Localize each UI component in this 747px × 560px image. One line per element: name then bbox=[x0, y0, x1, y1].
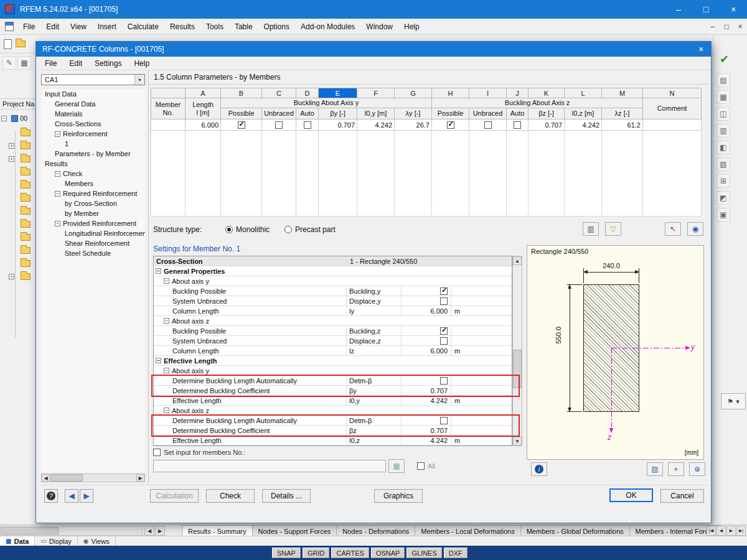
show-axes-button[interactable]: ⌖ bbox=[668, 462, 684, 476]
cell-auto-z[interactable] bbox=[507, 119, 529, 131]
calculation-check-icon[interactable]: ✔ bbox=[720, 52, 729, 66]
view-member-button[interactable]: ◉ bbox=[687, 222, 703, 236]
cell-possible-z[interactable] bbox=[432, 119, 469, 131]
folder-icon[interactable] bbox=[21, 156, 31, 162]
collapse-icon[interactable]: − bbox=[164, 318, 169, 324]
folder-icon[interactable] bbox=[21, 142, 31, 149]
graphics-button[interactable]: Graphics bbox=[374, 489, 423, 503]
settings-row-about-axis-y[interactable]: −About axis y bbox=[154, 276, 512, 286]
column-letter[interactable]: J bbox=[507, 88, 529, 98]
select-member-button[interactable]: ↖ bbox=[665, 222, 681, 236]
mdi-restore-icon[interactable]: □ bbox=[720, 22, 733, 31]
scroll-down-icon[interactable]: ▼ bbox=[513, 437, 522, 446]
next-table-button[interactable]: ▶ bbox=[80, 489, 93, 503]
checkbox[interactable] bbox=[238, 121, 245, 129]
scroll-left-icon[interactable]: ◀ bbox=[42, 474, 50, 482]
dialog-menu-file[interactable]: File bbox=[39, 57, 63, 70]
menu-help[interactable]: Help bbox=[398, 20, 425, 34]
dialog-menu-edit[interactable]: Edit bbox=[63, 57, 88, 70]
folder-icon[interactable] bbox=[21, 169, 31, 175]
tree-item-by-member[interactable]: by Member bbox=[41, 208, 145, 218]
collapse-icon[interactable]: − bbox=[156, 358, 161, 363]
horizontal-scrollbar[interactable] bbox=[0, 526, 143, 536]
settings-row-buckling-possible[interactable]: Buckling PossibleBuckling,y bbox=[154, 286, 512, 296]
settings-item-value[interactable]: 6.000 bbox=[402, 346, 451, 355]
settings-checkbox[interactable] bbox=[440, 337, 448, 345]
toolbar-icon[interactable]: ▤ bbox=[716, 73, 730, 87]
scrollbar-thumb[interactable] bbox=[1, 527, 59, 534]
result-tab-nodes-deformations[interactable]: Nodes - Deformations bbox=[336, 525, 415, 536]
minimize-icon[interactable]: – bbox=[665, 0, 692, 19]
open-file-icon[interactable] bbox=[16, 40, 26, 47]
tree-item-input-data[interactable]: Input Data bbox=[41, 89, 145, 99]
dialog-close-icon[interactable]: × bbox=[691, 42, 711, 57]
tree-item-provided-reinforcement[interactable]: −Provided Reinforcement bbox=[41, 218, 145, 228]
column-letter[interactable]: F bbox=[357, 88, 395, 98]
column-letter[interactable]: M bbox=[602, 88, 643, 98]
chevron-down-icon[interactable]: ▾ bbox=[736, 398, 740, 406]
radio-icon[interactable] bbox=[225, 226, 233, 233]
scroll-up-icon[interactable]: ▲ bbox=[513, 256, 522, 265]
column-letter[interactable]: G bbox=[395, 88, 432, 98]
settings-item-value[interactable]: 4.242 bbox=[402, 396, 451, 405]
radio-icon[interactable] bbox=[284, 226, 292, 233]
next-tab-icon[interactable]: ▶ bbox=[726, 526, 736, 536]
previous-table-button[interactable]: ◀ bbox=[65, 489, 78, 503]
toolbar-icon[interactable]: ▨ bbox=[716, 157, 730, 171]
settings-item-value[interactable] bbox=[402, 336, 451, 345]
settings-vertical-scrollbar[interactable]: ▲ ▼ bbox=[512, 256, 522, 446]
settings-row-general-properties[interactable]: −General Properties bbox=[154, 266, 512, 276]
ok-button[interactable]: OK bbox=[609, 488, 653, 502]
settings-checkbox[interactable] bbox=[440, 287, 448, 295]
panel-pin[interactable]: ⚑ ▾ bbox=[721, 393, 746, 409]
display-tab[interactable]: ▭Display bbox=[35, 536, 78, 546]
filter-button[interactable]: ▽ bbox=[605, 222, 621, 236]
settings-row-effective-length[interactable]: Effective Lengthl0,z4.242m bbox=[154, 436, 512, 446]
toolbar-icon[interactable]: ▣ bbox=[716, 208, 730, 222]
mdi-close-icon[interactable]: × bbox=[733, 22, 747, 31]
first-tab-icon[interactable]: |◀ bbox=[707, 526, 716, 536]
settings-row-column-length[interactable]: Column Lengthly6.000m bbox=[154, 306, 512, 316]
settings-item-value[interactable] bbox=[402, 286, 451, 296]
tree-item-results[interactable]: Results bbox=[41, 159, 145, 169]
tree-item-parameters-by-member[interactable]: Parameters - by Member bbox=[41, 149, 145, 159]
collapse-icon[interactable]: − bbox=[55, 171, 60, 177]
folder-icon[interactable] bbox=[21, 260, 31, 267]
menu-tools[interactable]: Tools bbox=[200, 20, 229, 34]
case-dropdown[interactable]: CA1 ▼ bbox=[41, 74, 145, 85]
result-tab-nodes-support-forces[interactable]: Nodes - Support Forces bbox=[252, 525, 337, 536]
settings-row-determined-buckling-coefficient[interactable]: Determined Buckling Coefficientβz0.707 bbox=[154, 426, 512, 436]
column-letter[interactable]: H bbox=[432, 88, 469, 98]
radio-precast-part[interactable]: Precast part bbox=[284, 225, 336, 234]
status-toggle-cartes[interactable]: CARTES bbox=[331, 548, 369, 558]
mdi-minimize-icon[interactable]: – bbox=[706, 22, 720, 31]
folder-icon[interactable] bbox=[21, 234, 31, 241]
cell-possible-y[interactable] bbox=[221, 119, 262, 131]
prev-tab-icon[interactable]: ◀ bbox=[716, 526, 726, 536]
expand-icon[interactable]: + bbox=[9, 143, 14, 149]
checkbox[interactable] bbox=[447, 121, 454, 129]
column-letter[interactable]: K bbox=[529, 88, 565, 98]
collapse-icon[interactable]: − bbox=[55, 221, 60, 226]
settings-row-effective-length[interactable]: Effective Lengthl0,y4.242m bbox=[154, 396, 512, 406]
column-letter[interactable]: D bbox=[296, 88, 319, 98]
menu-edit[interactable]: Edit bbox=[40, 20, 65, 34]
folder-icon[interactable] bbox=[21, 208, 31, 215]
tree-item-longitudinal-reinforcement[interactable]: Longitudinal Reinforcement bbox=[41, 228, 145, 238]
tree-item-by-cross-section[interactable]: by Cross-Section bbox=[41, 198, 145, 208]
column-letter-selected[interactable]: E bbox=[319, 88, 357, 98]
data-tab[interactable]: ▦Data bbox=[0, 536, 35, 546]
settings-item-value[interactable] bbox=[402, 376, 451, 385]
new-file-icon[interactable] bbox=[4, 39, 12, 49]
collapse-icon[interactable]: − bbox=[164, 278, 169, 284]
menu-calculate[interactable]: Calculate bbox=[122, 20, 164, 34]
settings-checkbox[interactable] bbox=[440, 297, 448, 305]
all-checkbox[interactable] bbox=[417, 462, 425, 470]
project-tree-root[interactable]: − 00 bbox=[1, 114, 27, 122]
toolbar-icon[interactable]: ▦ bbox=[17, 56, 31, 70]
help-button[interactable]: ? bbox=[44, 489, 58, 503]
tree-item-cross-sections[interactable]: Cross-Sections bbox=[41, 119, 145, 129]
settings-row-about-axis-y[interactable]: −About axis y bbox=[154, 366, 512, 376]
settings-row-about-axis-z[interactable]: −About axis z bbox=[154, 406, 512, 416]
settings-item-value[interactable]: 0.707 bbox=[402, 386, 451, 395]
